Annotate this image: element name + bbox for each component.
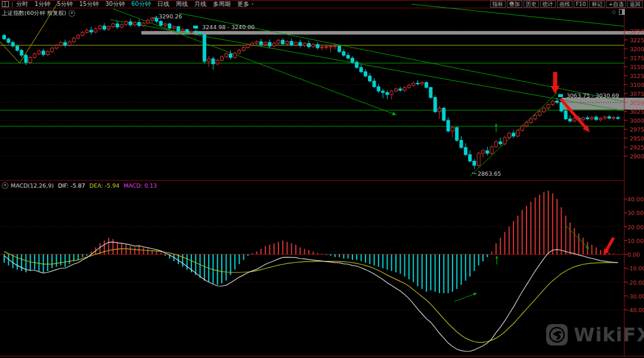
candle-body	[146, 20, 149, 23]
price-axis-label: 3125	[630, 73, 644, 79]
price-axis-label: 2925	[630, 144, 644, 151]
callout-marker	[558, 94, 563, 97]
candle-body	[617, 117, 620, 119]
candle-body	[129, 21, 132, 24]
candle-body	[90, 30, 93, 32]
candle-body	[246, 45, 249, 47]
symbol-dropdown-icon[interactable]: ▾	[69, 10, 75, 17]
candle-body	[203, 35, 206, 61]
candle-body	[490, 147, 493, 153]
candle-body	[33, 54, 36, 57]
candle-body	[38, 51, 41, 54]
candle-body	[221, 57, 224, 60]
page-title: 上证指数(60分钟 前复权)	[2, 10, 66, 17]
candle-body	[112, 24, 114, 27]
candle-body	[612, 117, 615, 118]
candle-body	[390, 91, 393, 95]
candle-body	[138, 23, 141, 26]
candle-body	[547, 105, 550, 108]
candle-body	[538, 112, 541, 116]
candle-body	[395, 89, 398, 91]
macd-axis-label: 0.00	[627, 251, 640, 258]
candle-body	[355, 62, 358, 67]
candle-body	[477, 153, 480, 165]
candle-body	[420, 82, 423, 83]
candle-body	[442, 108, 445, 120]
candle-body	[325, 46, 328, 47]
price-zone	[141, 31, 644, 35]
price-axis-label: 3225	[630, 37, 644, 43]
indicator-dropdown-icon[interactable]: ▾	[2, 182, 8, 189]
diamond-tool-icon[interactable]: ◇	[612, 9, 616, 15]
candle-body	[403, 88, 406, 91]
candle-body	[172, 27, 175, 28]
candle-body	[11, 42, 14, 46]
candle-body	[377, 87, 380, 91]
chart-canvas[interactable]: 3290.263244.98 - 3240.003063.75 - 3030.6…	[0, 0, 644, 358]
candle-body	[77, 35, 80, 38]
candle-body	[268, 42, 271, 46]
candle-body	[299, 42, 302, 45]
macd-header: ▾ MACD(12,26,9) DIF: -5.87 DEA: -5.94 MA…	[2, 182, 157, 189]
chart-corner-tools: ◇	[612, 9, 625, 15]
candle-body	[595, 117, 597, 120]
candle-body	[164, 24, 167, 25]
candle-body	[486, 151, 489, 153]
price-axis-label: 3050	[630, 99, 644, 106]
trading-terminal: 分时1分钟5分钟15分钟30分钟60分钟日线周线月线多周期更多 指标叠加历史统计…	[0, 0, 644, 358]
candle-body	[586, 118, 589, 119]
candle-body	[525, 123, 528, 126]
candle-body	[251, 43, 254, 45]
candle-body	[407, 85, 410, 88]
candle-body	[469, 155, 472, 161]
macd-dea-value: DEA: -5.94	[89, 182, 119, 189]
candle-body	[564, 111, 567, 119]
macd-axis-label: 10.00	[627, 238, 643, 244]
candle-body	[494, 142, 497, 147]
candle-body	[295, 42, 298, 45]
candle-body	[342, 52, 345, 55]
candle-body	[303, 43, 306, 46]
candle-body	[473, 161, 476, 165]
candle-body	[416, 83, 419, 84]
macd-axis-label: -10.00	[627, 265, 644, 272]
candle-body	[181, 30, 184, 31]
candle-body	[438, 108, 441, 112]
candle-body	[316, 45, 319, 48]
candle-body	[507, 133, 510, 138]
candle-body	[216, 60, 219, 64]
candle-body	[447, 120, 450, 131]
candle-body	[64, 42, 67, 45]
candle-body	[107, 27, 110, 29]
price-axis-label: 2975	[630, 126, 644, 133]
candle-body	[599, 118, 602, 119]
macd-axis-label: 20.00	[627, 224, 643, 231]
candle-body	[233, 53, 236, 57]
candle-body	[364, 71, 367, 76]
candle-body	[259, 42, 262, 45]
candle-body	[521, 126, 524, 130]
candle-body	[573, 118, 576, 121]
macd-axis-label: -30.00	[627, 293, 644, 300]
candle-body	[369, 76, 371, 81]
candle-body	[159, 21, 162, 26]
candle-body	[277, 41, 280, 43]
candle-body	[503, 138, 506, 144]
candle-body	[312, 45, 315, 47]
price-axis-label: 3150	[630, 64, 644, 70]
candle-body	[16, 46, 18, 50]
candle-body	[429, 88, 432, 98]
price-callout: 3244.98 - 3240.00	[202, 24, 255, 30]
candle-body	[451, 127, 454, 131]
wikifx-eagle-icon	[546, 323, 568, 346]
candle-body	[168, 24, 171, 28]
candle-body	[333, 46, 336, 46]
candle-body	[382, 91, 385, 92]
candle-body	[190, 32, 193, 33]
macd-axis-label: -20.00	[627, 279, 644, 286]
candle-body	[225, 54, 228, 57]
candle-body	[273, 43, 275, 46]
panel-toggle-icon[interactable]	[619, 9, 625, 15]
candle-body	[51, 48, 54, 52]
candle-body	[434, 98, 436, 112]
